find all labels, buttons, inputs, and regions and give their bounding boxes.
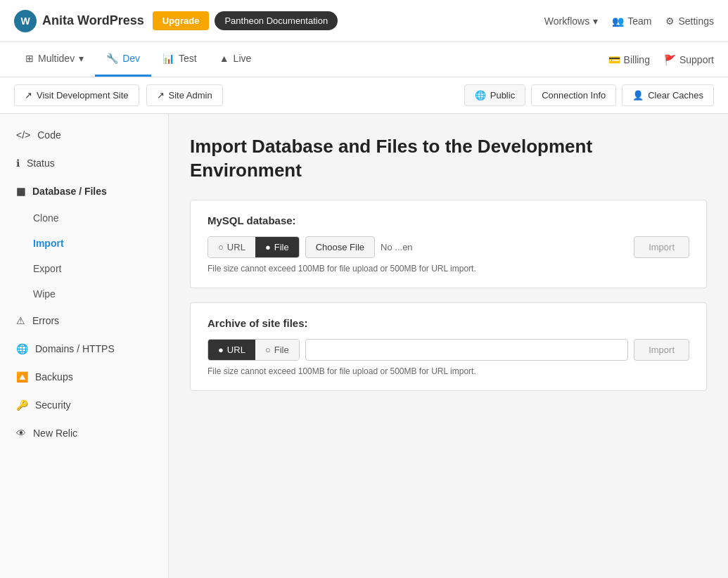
archive-url-input[interactable] <box>305 339 628 361</box>
dev-icon: 🔧 <box>106 53 118 64</box>
archive-url-radio-icon: ● <box>218 345 224 355</box>
archive-import-card: Archive of site files: ● URL ○ File Impo <box>190 302 707 391</box>
backups-label: Backups <box>35 371 73 383</box>
billing-label: Billing <box>624 54 650 65</box>
docs-button[interactable]: Pantheon Documentation <box>215 11 338 30</box>
archive-file-radio-icon: ○ <box>265 345 271 355</box>
mysql-import-controls: ○ URL ● File Choose File No ...en Import <box>207 236 689 258</box>
database-icon: ▦ <box>16 186 25 197</box>
clear-caches-label: Clear Caches <box>648 90 703 101</box>
sidebar-item-domains[interactable]: 🌐 Domains / HTTPS <box>0 335 168 363</box>
site-name: Anita WordPress <box>42 13 144 28</box>
new-relic-icon: 👁 <box>16 428 26 439</box>
mysql-card-title: MySQL database: <box>207 214 689 226</box>
live-icon: ▲ <box>219 53 229 64</box>
archive-import-button[interactable]: Import <box>634 339 689 361</box>
archive-file-option[interactable]: ○ File <box>255 340 299 360</box>
sidebar-item-new-relic[interactable]: 👁 New Relic <box>0 419 168 447</box>
mysql-url-radio-icon: ○ <box>218 242 224 252</box>
sidebar-item-backups[interactable]: 🔼 Backups <box>0 363 168 391</box>
sidebar-item-security[interactable]: 🔑 Security <box>0 391 168 419</box>
site-admin-button[interactable]: ↗ Site Admin <box>146 84 223 106</box>
mysql-file-name: No ...en <box>381 242 413 252</box>
new-relic-label: New Relic <box>33 428 77 439</box>
connection-info-button[interactable]: Connection Info <box>531 84 616 106</box>
export-label: Export <box>33 263 61 274</box>
site-logo: W Anita WordPress <box>14 10 144 32</box>
top-nav: W Anita WordPress Upgrade Pantheon Docum… <box>0 0 728 42</box>
env-bar: ⊞ Multidev ▾ 🔧 Dev 📊 Test ▲ Live 💳 Billi… <box>0 42 728 77</box>
mysql-hint: File size cannot exceed 100MB for file u… <box>207 264 689 274</box>
upgrade-button[interactable]: Upgrade <box>153 11 210 30</box>
sidebar-item-database-files[interactable]: ▦ Database / Files <box>0 177 168 205</box>
tab-dev[interactable]: 🔧 Dev <box>95 42 151 77</box>
status-icon: ℹ <box>16 158 20 169</box>
sidebar: </> Code ℹ Status ▦ Database / Files Clo… <box>0 114 169 578</box>
sidebar-item-code[interactable]: </> Code <box>0 121 168 149</box>
mysql-url-option[interactable]: ○ URL <box>208 237 255 257</box>
visit-site-button[interactable]: ↗ Visit Development Site <box>14 84 139 106</box>
dev-label: Dev <box>122 53 140 64</box>
code-label: Code <box>37 129 60 141</box>
sidebar-item-errors[interactable]: ⚠ Errors <box>0 307 168 335</box>
main-layout: </> Code ℹ Status ▦ Database / Files Clo… <box>0 114 728 578</box>
support-link[interactable]: 🚩 Support <box>664 54 714 65</box>
settings-link[interactable]: ⚙ Settings <box>665 15 714 27</box>
mysql-import-button[interactable]: Import <box>634 236 689 258</box>
mysql-radio-group: ○ URL ● File <box>207 236 300 258</box>
archive-radio-group: ● URL ○ File <box>207 339 300 361</box>
errors-label: Errors <box>32 315 59 326</box>
billing-link[interactable]: 💳 Billing <box>608 54 650 65</box>
multidev-chevron-icon: ▾ <box>79 53 84 64</box>
workflows-label: Workflows <box>544 15 589 27</box>
archive-card-title: Archive of site files: <box>207 317 689 329</box>
clone-label: Clone <box>33 212 59 224</box>
chevron-down-icon: ▾ <box>593 15 598 27</box>
clear-caches-button[interactable]: 👤 Clear Caches <box>622 84 714 106</box>
tab-test[interactable]: 📊 Test <box>151 42 208 77</box>
archive-url-label: URL <box>227 345 245 355</box>
team-label: Team <box>627 15 651 27</box>
billing-icon: 💳 <box>608 54 620 65</box>
mysql-file-option[interactable]: ● File <box>255 237 299 257</box>
live-label: Live <box>234 53 252 64</box>
external-link-icon: ↗ <box>25 90 32 101</box>
backups-icon: 🔼 <box>16 371 28 383</box>
support-icon: 🚩 <box>664 54 676 65</box>
import-label: Import <box>33 238 64 249</box>
mysql-url-label: URL <box>227 242 245 252</box>
test-icon: 📊 <box>162 53 174 64</box>
status-label: Status <box>27 158 55 169</box>
public-badge: 🌐 Public <box>464 84 525 106</box>
mysql-file-radio-icon: ● <box>265 242 271 252</box>
sidebar-item-wipe[interactable]: Wipe <box>0 281 168 307</box>
sidebar-item-import[interactable]: Import <box>0 231 168 256</box>
tab-live[interactable]: ▲ Live <box>208 42 263 77</box>
sidebar-item-status[interactable]: ℹ Status <box>0 149 168 177</box>
clear-icon: 👤 <box>632 90 644 101</box>
workflows-link[interactable]: Workflows ▾ <box>544 15 598 27</box>
tab-multidev[interactable]: ⊞ Multidev ▾ <box>14 42 95 77</box>
env-tabs: ⊞ Multidev ▾ 🔧 Dev 📊 Test ▲ Live <box>14 42 262 77</box>
team-link[interactable]: 👥 Team <box>612 15 651 27</box>
support-label: Support <box>679 54 714 65</box>
archive-url-option[interactable]: ● URL <box>208 340 255 360</box>
sidebar-item-clone[interactable]: Clone <box>0 205 168 231</box>
errors-icon: ⚠ <box>16 315 25 326</box>
domains-icon: 🌐 <box>16 343 28 354</box>
archive-file-label: File <box>274 345 289 355</box>
multidev-icon: ⊞ <box>25 53 34 64</box>
domains-label: Domains / HTTPS <box>35 343 115 354</box>
mysql-import-card: MySQL database: ○ URL ● File Choose File <box>190 200 707 288</box>
action-bar-right: 🌐 Public Connection Info 👤 Clear Caches <box>464 84 714 106</box>
settings-icon: ⚙ <box>665 15 675 27</box>
mysql-file-label: File <box>274 242 289 252</box>
mysql-choose-file-button[interactable]: Choose File <box>305 236 375 258</box>
archive-hint: File size cannot exceed 100MB for file u… <box>207 366 689 376</box>
globe-icon: 🌐 <box>475 90 486 101</box>
sidebar-item-export[interactable]: Export <box>0 256 168 281</box>
public-label: Public <box>490 90 515 101</box>
admin-icon: ↗ <box>157 90 165 101</box>
security-icon: 🔑 <box>16 399 28 411</box>
multidev-label: Multidev <box>38 53 75 64</box>
